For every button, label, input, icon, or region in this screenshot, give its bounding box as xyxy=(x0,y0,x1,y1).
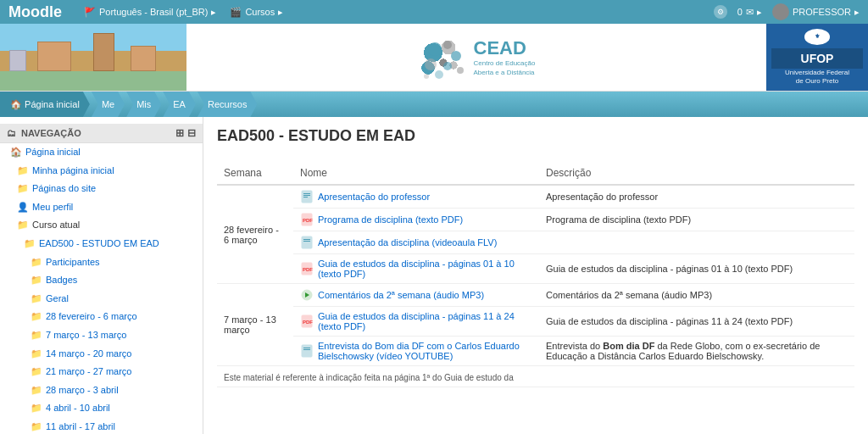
top-bar: Moodle 🚩 Português - Brasil (pt_BR) ▸ 🎬 … xyxy=(0,0,868,24)
sidebar-item-21mar[interactable]: 📁 21 março - 27 março xyxy=(0,363,203,381)
col-descricao: Descrição xyxy=(539,162,854,185)
svg-point-2 xyxy=(451,51,461,61)
svg-rect-11 xyxy=(303,197,308,198)
moodle-logo[interactable]: Moodle xyxy=(8,3,62,21)
sidebar-item-4abr[interactable]: 📁 4 abril - 10 abril xyxy=(0,399,203,418)
sidebar-item-paginas-site[interactable]: 📁 Páginas do site xyxy=(0,180,203,198)
pdf-icon: PDF xyxy=(300,213,314,226)
ufop-label-bar: UFOP xyxy=(771,48,863,69)
folder-icon: 📁 xyxy=(24,236,36,252)
ufop-logo: ⚜ xyxy=(804,29,830,45)
svg-point-3 xyxy=(425,58,437,70)
folder-icon: 📁 xyxy=(31,273,42,288)
desc-entrevista: Entrevista do Bom dia DF da Rede Globo, … xyxy=(539,337,854,366)
sidebar-item-11abr[interactable]: 📁 11 abril - 17 abril xyxy=(0,418,203,434)
sidebar-item-badges[interactable]: 📁 Badges xyxy=(0,271,203,290)
sidebar-item-minha-pagina[interactable]: 📁 Minha página inicial xyxy=(0,162,203,181)
svg-point-6 xyxy=(435,70,443,79)
cead-decoration xyxy=(418,32,469,83)
cursos-menu[interactable]: 🎬 Cursos ▸ xyxy=(230,7,283,18)
resource-link-guia-01-10[interactable]: PDF Guia de estudos da disciplina - pági… xyxy=(300,259,532,279)
sidebar-item-28mar[interactable]: 📁 28 março - 3 abril xyxy=(0,381,203,400)
breadcrumb-home[interactable]: 🏠 Página inicial xyxy=(0,92,90,117)
sidebar-item-curso-atual: 📁 Curso atual xyxy=(0,216,203,235)
expand-icon[interactable]: ⊞ xyxy=(175,127,184,139)
resource-link-programa-pdf[interactable]: PDF Programa de disciplina (texto PDF) xyxy=(300,213,532,226)
breadcrumb: 🏠 Página inicial Me Mis EA Recursos xyxy=(0,92,868,117)
chevron-icon: ▸ xyxy=(211,7,216,18)
sidebar-item-meu-perfil[interactable]: 👤 Meu perfil xyxy=(0,198,203,217)
sidebar: 🗂 NAVEGAÇÃO ⊞ ⊟ 🏠 Página inicial 📁 Minha… xyxy=(0,117,203,434)
svg-text:PDF: PDF xyxy=(303,218,313,223)
svg-rect-16 xyxy=(303,241,310,242)
resource-link-apresentacao-disc[interactable]: Apresentação da disciplina (videoaula FL… xyxy=(300,236,532,249)
top-bar-left: Moodle 🚩 Português - Brasil (pt_BR) ▸ 🎬 … xyxy=(8,3,283,21)
chevron-icon: ▸ xyxy=(757,7,762,18)
resource-link-comentarios[interactable]: Comentários da 2ª semana (áudio MP3) xyxy=(300,288,532,302)
sidebar-item-geral[interactable]: 📁 Geral xyxy=(0,290,203,309)
folder-icon: 📁 xyxy=(31,347,42,362)
svg-rect-22 xyxy=(302,345,312,357)
desc-guia-01-10: Guia de estudos da disciplina - páginas … xyxy=(539,254,854,284)
desc-apresentacao-prof: Apresentação do professor xyxy=(539,185,854,209)
resource-link-apresentacao-prof[interactable]: Apresentação do professor xyxy=(300,190,532,203)
professor-menu[interactable]: PROFESSOR ▸ xyxy=(772,3,860,20)
svg-rect-15 xyxy=(303,239,310,240)
lang-selector[interactable]: 🚩 Português - Brasil (pt_BR) ▸ xyxy=(84,7,216,18)
content-area: EAD500 - ESTUDO EM EAD Semana Nome Descr… xyxy=(203,117,868,434)
messages-button[interactable]: 0 ✉ ▸ xyxy=(737,7,762,18)
collapse-icon[interactable]: ⊟ xyxy=(187,127,196,139)
folder-icon: 📁 xyxy=(31,364,42,380)
folder-icon: 📁 xyxy=(31,255,42,270)
banner: CEAD Centro de Educação Aberta e a Distâ… xyxy=(0,24,868,92)
settings-icon[interactable]: ⚙ xyxy=(714,5,727,19)
folder-icon: 📁 xyxy=(31,420,42,434)
resource-link-guia-11-24[interactable]: PDF Guia de estudos da disciplina - pági… xyxy=(300,311,532,331)
sidebar-item-home[interactable]: 🏠 Página inicial xyxy=(0,143,203,162)
svg-rect-9 xyxy=(303,193,310,194)
folder-icon: 📁 xyxy=(31,292,42,307)
svg-rect-23 xyxy=(303,348,310,348)
audio-icon xyxy=(300,288,314,302)
avatar xyxy=(772,3,789,20)
nav-icon: 🗂 xyxy=(7,128,16,138)
table-row: PDF Programa de disciplina (texto PDF) P… xyxy=(217,209,854,231)
sidebar-item-participantes[interactable]: 📁 Participantes xyxy=(0,253,203,272)
resource-name-comentarios: Comentários da 2ª semana (áudio MP3) xyxy=(293,284,539,307)
desc-guia-11-24: Guia de estudos da disciplina - páginas … xyxy=(539,307,854,337)
cead-logo-area: CEAD Centro de Educação Aberta e a Distâ… xyxy=(186,25,766,90)
svg-point-7 xyxy=(424,74,429,79)
table-row: PDF Guia de estudos da disciplina - pági… xyxy=(217,254,854,284)
chevron-icon: ▸ xyxy=(278,7,283,18)
resource-name-guia-01-10: PDF Guia de estudos da disciplina - pági… xyxy=(293,254,539,284)
footer-note: Este material é referente à indicação fe… xyxy=(217,366,854,387)
desc-programa-pdf: Programa de disciplina (texto PDF) xyxy=(539,209,854,231)
sidebar-item-ead500[interactable]: 📁 EAD500 - ESTUDO EM EAD xyxy=(0,235,203,253)
week-cell-2: 7 março - 13março xyxy=(217,284,293,366)
folder-icon: 📁 xyxy=(17,218,29,233)
breadcrumb-mis[interactable]: Mis xyxy=(126,92,161,117)
ufop-area: ⚜ UFOP Universidade Federal de Ouro Pret… xyxy=(766,24,868,92)
ufop-name: Universidade Federal de Ouro Preto xyxy=(785,69,849,86)
sidebar-item-14mar[interactable]: 📁 14 março - 20 março xyxy=(0,345,203,364)
cead-main-label: CEAD xyxy=(474,37,536,59)
chevron-icon: ▸ xyxy=(854,7,860,18)
doc-icon xyxy=(300,236,314,249)
svg-point-5 xyxy=(457,67,464,74)
svg-rect-14 xyxy=(302,236,312,248)
folder-icon: 📁 xyxy=(31,383,42,398)
page-title: EAD500 - ESTUDO EM EAD xyxy=(217,127,854,152)
breadcrumb-me[interactable]: Me xyxy=(92,92,125,117)
doc-icon xyxy=(300,344,314,358)
svg-point-4 xyxy=(443,62,452,70)
folder-icon: 📁 xyxy=(31,401,42,416)
breadcrumb-ea[interactable]: EA xyxy=(163,92,196,117)
resource-name-apresentacao-prof: Apresentação do professor xyxy=(293,185,539,209)
svg-text:PDF: PDF xyxy=(303,320,313,325)
resource-link-entrevista[interactable]: Entrevista do Bom dia DF com o Carlos Ed… xyxy=(300,341,532,361)
table-row: Entrevista do Bom dia DF com o Carlos Ed… xyxy=(217,337,854,366)
sidebar-item-28fev[interactable]: 📁 28 fevereiro - 6 março xyxy=(0,308,203,326)
sidebar-item-7mar[interactable]: 📁 7 março - 13 março xyxy=(0,326,203,345)
breadcrumb-recursos[interactable]: Recursos xyxy=(198,92,257,117)
folder-icon: 📁 xyxy=(17,181,29,197)
